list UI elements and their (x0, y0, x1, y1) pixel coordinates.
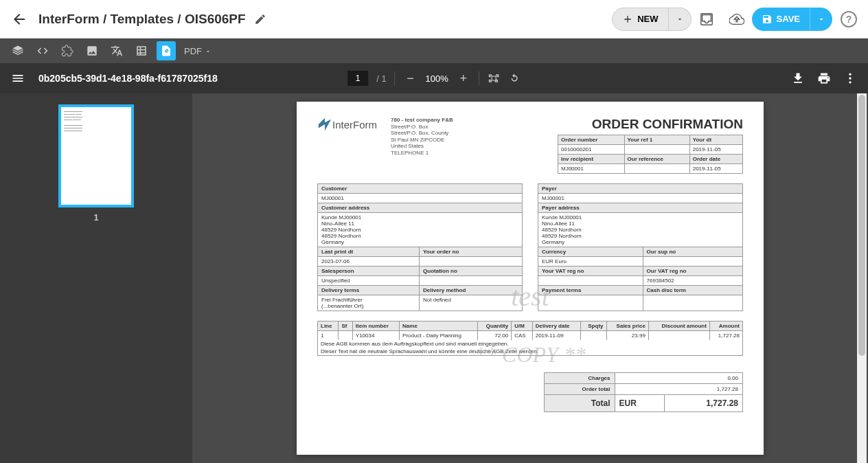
more-icon[interactable] (843, 71, 857, 85)
rotate-icon[interactable] (508, 72, 521, 84)
view-toolbar: PDF (0, 38, 868, 63)
thumbnail-sidebar: ▬▬▬▬▬▬▬▬▬▬▬ ▬▬▬ ▬▬▬▬▬▬▬▬▬▬▬▬▬▬▬▬ ▬▬▬▬▬▬▬… (0, 93, 192, 463)
preview-icon[interactable] (157, 41, 176, 60)
back-icon[interactable] (11, 11, 27, 27)
page-separator: / 1 (376, 74, 386, 84)
thumbnail-label: 1 (11, 213, 181, 223)
page-thumbnail[interactable]: ▬▬▬▬▬▬▬▬▬▬▬ ▬▬▬ ▬▬▬▬▬▬▬▬▬▬▬▬▬▬▬▬ ▬▬▬▬▬▬▬… (58, 104, 134, 207)
new-button[interactable]: NEW (612, 8, 668, 31)
table-icon[interactable] (132, 41, 151, 60)
zoom-level: 100% (426, 74, 448, 84)
new-button-label: NEW (637, 14, 658, 24)
zoom-in-button[interactable]: + (457, 71, 470, 86)
inbox-icon[interactable] (694, 7, 719, 32)
pdf-viewer: ▬▬▬▬▬▬▬▬▬▬▬ ▬▬▬ ▬▬▬▬▬▬▬▬▬▬▬▬▬▬▬▬ ▬▬▬▬▬▬▬… (0, 93, 868, 463)
code-icon[interactable] (33, 41, 52, 60)
svg-point-3 (849, 81, 851, 83)
cloud-upload-icon[interactable] (724, 7, 749, 32)
layers-icon[interactable] (8, 41, 27, 60)
save-dropdown[interactable] (810, 8, 832, 31)
puzzle-icon[interactable] (58, 41, 77, 60)
page-input[interactable] (347, 71, 368, 86)
edit-icon[interactable] (254, 13, 266, 25)
pdf-canvas[interactable]: test ** COPY ** InterForm 780 - test com… (192, 93, 868, 463)
pdf-page-controls: / 1 − 100% + (347, 71, 521, 86)
payer-table: Payer MJ00001 Payer address Kunde MJ0000… (538, 183, 743, 311)
fit-page-icon[interactable] (488, 72, 500, 84)
scrollbar[interactable] (857, 93, 867, 463)
items-table: Line Sf Item number Name Quantity U/M De… (317, 321, 743, 356)
totals-table: Charges0.00 Order total1,727.28 TotalEUR… (544, 372, 743, 412)
document-title: ORDER CONFIRMATION (558, 117, 743, 132)
company-logo: InterForm (317, 117, 377, 132)
svg-point-1 (849, 74, 851, 76)
help-icon[interactable]: ? (841, 11, 857, 27)
translate-icon[interactable] (107, 41, 126, 60)
app-header: InterForm / Templates / OIS606PF NEW SAV… (0, 0, 868, 38)
download-icon[interactable] (791, 71, 805, 85)
order-meta-table: Order numberYour ref 1Your dt 0010000201… (558, 135, 743, 174)
new-dropdown[interactable] (669, 8, 692, 31)
breadcrumb: InterForm / Templates / OIS606PF (38, 12, 246, 27)
company-info: 780 - test company F&B Street/P.O. Box S… (391, 117, 453, 157)
item-row: 1 Y10034 Product - Daily Planning 72.00 … (318, 331, 743, 341)
pdf-toolbar: 0b205cb5-39d1-4e18-98fa-f61787025f18 / 1… (0, 63, 868, 93)
scrollbar-thumb[interactable] (858, 95, 865, 356)
print-icon[interactable] (817, 71, 831, 85)
save-button[interactable]: SAVE (752, 8, 810, 31)
format-selector[interactable]: PDF (184, 46, 212, 56)
document-id: 0b205cb5-39d1-4e18-98fa-f61787025f18 (38, 73, 218, 84)
image-icon[interactable] (82, 41, 102, 60)
pdf-page: test ** COPY ** InterForm 780 - test com… (297, 102, 764, 455)
customer-table: Customer MJ00001 Customer address Kunde … (317, 183, 523, 311)
sidebar-toggle-icon[interactable] (11, 71, 25, 85)
svg-point-2 (849, 77, 851, 79)
svg-rect-0 (492, 76, 496, 80)
save-button-label: SAVE (777, 14, 800, 24)
zoom-out-button[interactable]: − (404, 71, 418, 86)
